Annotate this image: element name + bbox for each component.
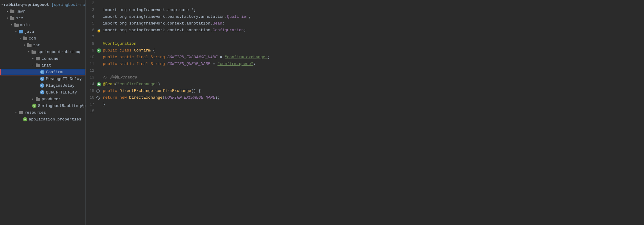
svg-point-22 (98, 83, 100, 85)
tree-label: zsr (33, 43, 40, 48)
code-line: 7 (86, 34, 644, 40)
code-token: import (103, 28, 120, 32)
line-code-content: import org.springframework.beans.factory… (103, 13, 644, 20)
code-line: 6🔒import org.springframework.context.ann… (86, 27, 644, 34)
code-lines-container: 23import org.springframework.amqp.core.*… (86, 0, 644, 225)
code-token: ; (253, 62, 256, 66)
code-token: import (103, 21, 120, 26)
code-line: 15 public DirectExchange confirmExchange… (86, 88, 644, 94)
line-code-content: @Configuration (103, 40, 644, 47)
tree-item-producer[interactable]: producer (0, 96, 85, 102)
code-token: confirmExchange (155, 89, 191, 93)
tree-item-zsr[interactable]: zsr (0, 42, 85, 48)
code-token: Configuration (213, 28, 244, 32)
code-token: Confirm (134, 48, 151, 53)
line-number: 17 (86, 101, 97, 108)
tree-item-Confirm[interactable]: CConfirm (0, 69, 85, 75)
tree-item-springbootrabbitmq[interactable]: springbootrabbitmq (0, 48, 85, 55)
file-tree[interactable]: rabbitmq-springboot [springboot-rabbitmq… (0, 0, 86, 225)
code-token: CONFIRM_EXCHANGE_NAME (165, 95, 215, 100)
tree-arrow (6, 16, 9, 20)
code-token: ; (222, 21, 225, 26)
code-token: final (136, 55, 151, 59)
code-token: ; (193, 8, 196, 12)
impl-gutter-icon[interactable] (96, 89, 100, 93)
code-token: public (103, 55, 120, 59)
tree-item-MessageTTLDelay[interactable]: CMessageTTLDelay (0, 75, 85, 82)
svg-rect-5 (14, 23, 16, 24)
tree-arrow (23, 43, 26, 47)
tree-arrow (31, 97, 35, 101)
tree-item-src[interactable]: src (0, 15, 85, 21)
tree-label: com (29, 36, 36, 41)
bean-gutter-icon[interactable] (97, 82, 101, 86)
tree-item-main[interactable]: main (0, 21, 85, 28)
code-token: static (120, 62, 137, 66)
code-token: import (103, 8, 120, 12)
code-line: 5import org.springframework.context.anno… (86, 20, 644, 27)
tree-item-PluginsDelay[interactable]: CPluginsDelay (0, 82, 85, 89)
code-token: ); (215, 95, 220, 100)
code-line: 17 } (86, 101, 644, 108)
code-token: org.springframework.context.annotation. (120, 28, 213, 32)
tree-item-SpringbootRabbitmqApplication[interactable]: ⚙SpringbootRabbitmqApplication (0, 102, 85, 109)
tree-arrow (6, 10, 9, 13)
code-line: 18 (86, 108, 644, 115)
code-line: 9▶public class Confirm { (86, 47, 644, 54)
code-token: static (120, 55, 137, 59)
line-code-content: return new DirectExchange(CONFIRM_EXCHAN… (103, 94, 644, 101)
code-line: 10 public static final String CONFIRM_EX… (86, 54, 644, 61)
tree-label: SpringbootRabbitmqApplication (38, 104, 86, 108)
line-gutter: 🔒 (97, 28, 103, 32)
tree-item-resources[interactable]: resources (0, 109, 85, 116)
code-token: Qualifier (227, 14, 249, 19)
code-token: public (103, 62, 120, 66)
code-token: ( (115, 82, 117, 86)
code-token: "confirmExchange" (117, 82, 158, 86)
code-token: ( (163, 95, 165, 100)
svg-rect-1 (10, 10, 12, 11)
run-gutter-icon[interactable]: ▶ (97, 48, 101, 53)
line-number: 3 (86, 7, 97, 13)
tree-item-java[interactable]: java (0, 28, 85, 35)
tree-label: application.properties (29, 117, 81, 122)
tree-item-mvn[interactable]: .mvn (0, 8, 85, 15)
code-line: 13 // 声明Exchange (86, 74, 644, 81)
line-code-content: import org.springframework.context.annot… (103, 20, 644, 27)
code-token: ; (249, 14, 251, 19)
line-number: 12 (86, 67, 97, 74)
tree-item-root[interactable]: rabbitmq-springboot [springboot-rabbitmq… (0, 1, 85, 8)
code-token: ; (244, 28, 246, 32)
line-code-content: public static final String CONFIRM_EXCHA… (103, 54, 644, 61)
line-number: 8 (86, 40, 97, 47)
tree-arrow (1, 3, 3, 6)
line-code-content: import org.springframework.context.annot… (103, 27, 644, 34)
code-token: } (103, 102, 105, 107)
code-token: org.springframework.amqp.core.* (120, 8, 194, 12)
line-number: 6 (86, 27, 97, 34)
impl-gutter-icon[interactable] (96, 96, 100, 100)
tree-item-com[interactable]: com (0, 35, 85, 42)
tree-item-QueueTTLDelay[interactable]: CQueueTTLDelay (0, 89, 85, 96)
code-token: = (217, 55, 224, 59)
tree-item-init[interactable]: init (0, 62, 85, 69)
code-token: class (120, 48, 134, 53)
line-code-content: public static final String CONFIRM_QUEUE… (103, 61, 644, 67)
line-code-content: } (103, 101, 644, 108)
line-number: 14 (86, 81, 97, 88)
tree-label: PluginsDelay (46, 83, 75, 88)
code-token: DirectExchange (129, 95, 163, 100)
line-code-content: import org.springframework.amqp.core.*; (103, 7, 644, 13)
svg-rect-19 (36, 97, 38, 98)
svg-rect-11 (27, 43, 29, 44)
line-number: 5 (86, 20, 97, 27)
line-number: 10 (86, 54, 97, 61)
code-token: String (151, 55, 167, 59)
line-code-content: // 声明Exchange (103, 74, 644, 81)
svg-rect-17 (36, 63, 38, 65)
code-token: org.springframework.beans.factory.annota… (120, 14, 227, 19)
line-code-content: public DirectExchange confirmExchange() … (103, 88, 644, 94)
tree-item-consumer[interactable]: consumer (0, 55, 85, 62)
tree-item-application.properties[interactable]: ⚙application.properties (0, 116, 85, 123)
code-line: 12 (86, 67, 644, 74)
